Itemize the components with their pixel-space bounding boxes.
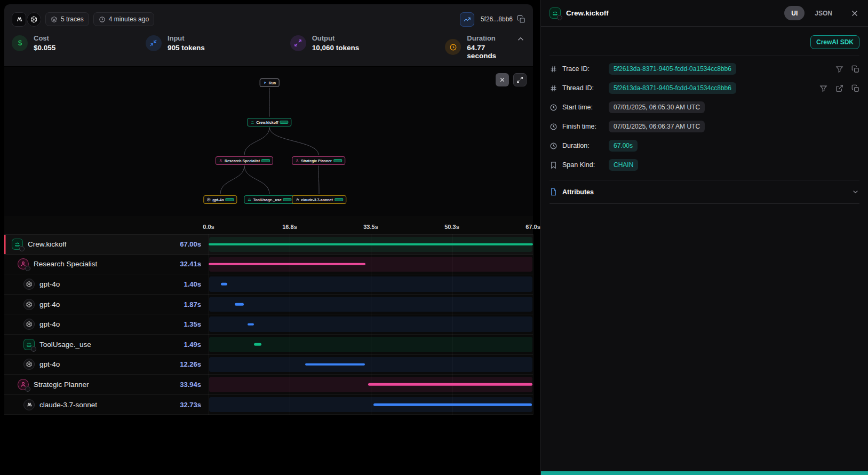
- close-panel-button[interactable]: [850, 9, 859, 18]
- timeline-row[interactable]: Crew.kickoff67.00s: [4, 234, 533, 255]
- graph-node-tool[interactable]: ToolUsage._use: [244, 195, 294, 204]
- graph-node-rs[interactable]: Research Specialist: [216, 156, 273, 165]
- trace-age-label: 4 minutes ago: [109, 15, 149, 23]
- mini-badge: [557, 15, 562, 20]
- timeline-rows: Crew.kickoff67.00sResearch Specialist32.…: [4, 234, 533, 415]
- horizontal-scrollbar[interactable]: [541, 471, 868, 475]
- hash-icon: [550, 84, 558, 92]
- detail-field: Thread ID:5f2613da-8371-9405-fcdd-0a1534…: [550, 78, 859, 98]
- sdk-badge: CrewAI SDK: [810, 35, 859, 49]
- anthropic-logo: [12, 12, 26, 27]
- metrics-button[interactable]: [460, 12, 474, 27]
- mini-badge: [31, 346, 36, 352]
- span-name: Strategic Planner: [34, 381, 89, 389]
- span-bar: [248, 323, 254, 326]
- attributes-section-header[interactable]: Attributes: [550, 180, 859, 204]
- clock-icon: [99, 16, 106, 23]
- detail-field: Duration:67.00s: [550, 136, 859, 155]
- timeline-row[interactable]: gpt-4o1.87s: [4, 295, 533, 315]
- agent-icon: [18, 258, 29, 270]
- openai-icon: [23, 299, 35, 310]
- trace-summary-panel: 5 traces 4 minutes ago 5f26...8bb6 Cost$…: [4, 4, 533, 66]
- mini-badge: [25, 386, 30, 392]
- openai-icon: [23, 279, 35, 290]
- graph-node-claude[interactable]: claude-3.7-sonnet: [292, 195, 346, 204]
- span-duration: 12.26s: [180, 360, 209, 368]
- span-duration: 33.94s: [180, 381, 209, 389]
- crewai-icon: [23, 339, 35, 350]
- span-duration: 32.41s: [180, 260, 209, 268]
- anthropic-icon: [295, 197, 299, 202]
- gridline: [533, 234, 533, 415]
- graph-node-label: Crew.kickoff: [256, 121, 278, 124]
- span-track: [209, 276, 532, 292]
- copy-icon-button[interactable]: [851, 84, 859, 92]
- timeline-row[interactable]: ToolUsage._use1.49s: [4, 335, 533, 355]
- openai-icon: [206, 197, 211, 202]
- tab-ui[interactable]: UI: [784, 6, 805, 20]
- bookmark-icon: [550, 161, 558, 169]
- panel-crew-icon-slot: [550, 7, 561, 19]
- detail-field: Finish time:07/01/2025, 06:06:37 AM UTC: [550, 117, 859, 136]
- axis-tick: 0.0s: [203, 224, 214, 230]
- axis-tick: 33.5s: [363, 224, 378, 230]
- close-graph-button[interactable]: [496, 73, 509, 86]
- timeline-row[interactable]: gpt-4o12.26s: [4, 355, 533, 375]
- timeline-row[interactable]: gpt-4o1.35s: [4, 314, 533, 335]
- graph-node-sp[interactable]: Strategic Planner: [292, 156, 345, 165]
- graph-controls: [496, 73, 527, 86]
- span-duration: 1.49s: [184, 341, 209, 349]
- stat-label: Output: [312, 34, 360, 42]
- field-label: Start time:: [562, 104, 604, 111]
- graph-node-gpt[interactable]: gpt-4o: [203, 195, 237, 204]
- field-label: Span Kind:: [562, 161, 604, 169]
- chevron-down-icon: [851, 188, 859, 196]
- span-bar: [221, 283, 228, 286]
- timeline-row[interactable]: Research Specialist32.41s: [4, 255, 533, 275]
- copy-icon-button[interactable]: [851, 65, 859, 73]
- filter-icon-button[interactable]: [819, 84, 827, 92]
- expand-graph-button[interactable]: [513, 73, 527, 86]
- openai-icon: [23, 319, 35, 330]
- traces-count-label: 5 traces: [61, 15, 84, 23]
- graph-node-crew[interactable]: Crew.kickoff: [247, 118, 291, 126]
- hash-icon: [550, 65, 558, 73]
- graph-edges-svg: [4, 67, 533, 216]
- node-duration-chip: [226, 198, 234, 201]
- tab-json[interactable]: JSON: [808, 6, 839, 20]
- field-value: 07/01/2025, 06:05:30 AM UTC: [609, 101, 705, 113]
- detail-field: Span Kind:CHAIN: [550, 155, 859, 175]
- copy-trace-id-button[interactable]: [517, 15, 525, 23]
- stat-label: Cost: [34, 34, 55, 42]
- span-track: [209, 316, 532, 332]
- external-icon-button[interactable]: [835, 84, 843, 92]
- span-name: claude-3.7-sonnet: [39, 401, 97, 409]
- axis-tick: 67.0s: [525, 224, 540, 230]
- dollar-icon: [12, 35, 28, 51]
- timeline-row[interactable]: gpt-4o1.40s: [4, 274, 533, 295]
- filter-icon-button[interactable]: [835, 65, 843, 73]
- field-label: Duration:: [562, 142, 604, 149]
- trace-short-id: 5f26...8bb6: [481, 15, 513, 23]
- timeline-row[interactable]: claude-3.7-sonnet32.73s: [4, 395, 533, 415]
- clock-icon: [550, 123, 558, 131]
- field-value: 5f2613da-8371-9405-fcdd-0a1534cc8bb6: [609, 82, 736, 94]
- stat-cost: Cost$0.055: [12, 34, 146, 52]
- graph-node-label: claude-3.7-sonnet: [301, 198, 333, 202]
- graph-node-run[interactable]: Run: [260, 78, 280, 87]
- span-name: gpt-4o: [39, 320, 60, 328]
- field-value: CHAIN: [609, 159, 638, 171]
- traces-count-badge[interactable]: 5 traces: [45, 12, 89, 26]
- trace-graph-panel[interactable]: RunCrew.kickoffResearch SpecialistStrate…: [4, 66, 533, 216]
- span-duration: 1.35s: [184, 320, 209, 328]
- span-track: [209, 357, 532, 373]
- span-bar: [373, 403, 532, 406]
- mini-badge: [19, 246, 25, 251]
- stat-value: 64.77 seconds: [467, 44, 516, 60]
- clock-icon: [550, 142, 558, 150]
- timeline-row[interactable]: Strategic Planner33.94s: [4, 375, 533, 395]
- node-duration-chip: [283, 198, 292, 201]
- graph-node-label: Strategic Planner: [301, 159, 332, 163]
- agent-icon: [295, 159, 299, 163]
- collapse-chevron-button[interactable]: [516, 34, 525, 44]
